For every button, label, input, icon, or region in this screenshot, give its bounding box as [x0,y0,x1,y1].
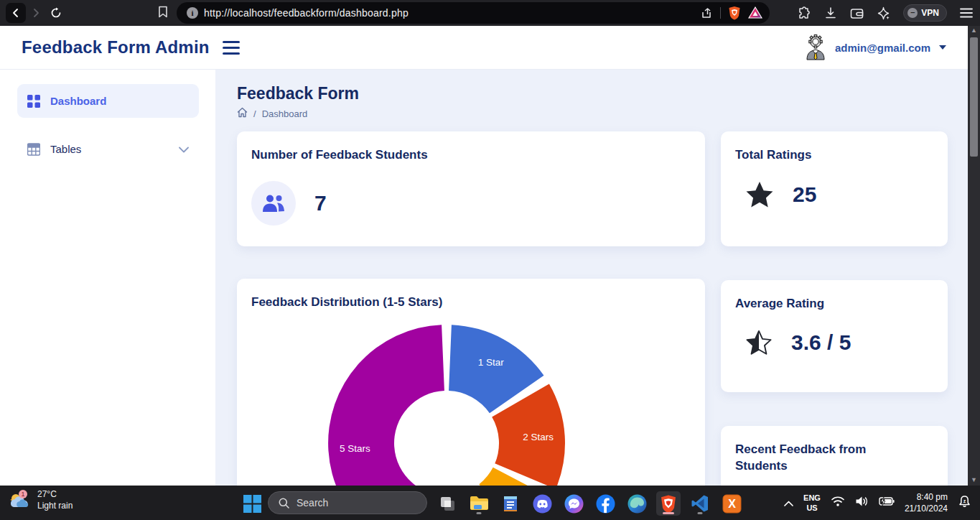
browser-menu-icon[interactable] [960,8,973,18]
table-icon [27,143,40,156]
card-feedback-students: Number of Feedback Students 7 [237,131,705,246]
donut-slice [328,325,457,486]
file-explorer-button[interactable] [467,491,491,516]
discord-icon [533,494,552,514]
card-title: Feedback Distribution (1-5 Stars) [237,279,705,311]
facebook-button[interactable] [593,491,617,516]
card-total-ratings: Total Ratings 25 [721,131,948,246]
notification-bell-icon[interactable]: z [958,495,971,511]
wifi-icon[interactable] [831,496,845,510]
leo-ai-icon[interactable] [877,6,890,20]
notepad-button[interactable] [498,491,523,516]
task-view-icon [439,495,456,512]
wallet-icon[interactable] [850,7,864,19]
home-icon[interactable] [237,107,248,120]
card-title: Total Ratings [721,131,948,164]
breadcrumb-current: Dashboard [262,108,308,119]
card-average-rating: Average Rating 3.6 / 5 [721,280,948,392]
task-view-button[interactable] [435,491,459,516]
language-indicator[interactable]: ENG US [803,493,821,514]
brave-vpn-button[interactable]: – VPN [903,4,947,22]
weather-condition: Light rain [37,500,73,511]
svg-text:X: X [728,498,736,510]
notepad-icon [503,494,518,513]
tray-chevron-up-icon[interactable] [784,496,793,509]
vpn-label: VPN [921,8,939,18]
running-indicator [477,512,482,514]
brave-button[interactable] [656,491,681,516]
messenger-button[interactable] [561,491,586,516]
total-ratings-value: 25 [793,182,816,207]
taskbar-weather-widget[interactable]: 1 27°C Light rain [7,488,73,511]
page-scrollbar[interactable]: ▲ ▼ [968,26,980,486]
donut-slice [479,468,551,486]
donut-slice [492,384,565,486]
active-app-indicator [663,512,674,514]
main-content: Feedback Form / Dashboard Number of Feed… [215,70,968,486]
star-icon [745,181,774,208]
card-feedback-distribution: Feedback Distribution (1-5 Stars) 1 Star… [237,279,705,486]
taskbar-clock[interactable]: 8:40 pm 21/10/2024 [905,491,948,514]
browser-back-button[interactable] [6,3,26,23]
edge-icon [627,494,647,514]
scroll-up-arrow[interactable]: ▲ [971,26,977,36]
discord-button[interactable] [530,491,554,516]
half-star-icon [745,330,773,356]
bat-rewards-icon[interactable] [748,6,762,19]
clock-time: 8:40 pm [905,491,948,503]
windows-logo-icon [243,495,261,513]
students-icon-circle [251,181,296,226]
sidebar-item-dashboard[interactable]: Dashboard [17,84,199,118]
user-email: admin@gmail.com [835,42,930,54]
card-title: Recent Feedback from Students [721,426,907,475]
chevron-down-icon [939,45,946,50]
admin-avatar [803,34,828,60]
sidebar-item-tables[interactable]: Tables [17,132,199,166]
edge-button[interactable] [625,491,649,516]
site-info-icon[interactable]: i [187,7,198,19]
messenger-icon [564,494,584,514]
app-header: Feedback Form Admin adm [0,26,968,70]
bookmark-icon[interactable] [158,6,168,21]
page-title: Feedback Form [237,84,359,103]
sidebar-toggle-button[interactable] [223,41,240,55]
screen: i http://localhost/feedbackform/dashboar… [0,0,980,520]
system-tray: ENG US 8:40 pm 21/10/2024 z [784,486,980,520]
donut-label: 2 Stars [523,432,554,442]
forward-icon [31,8,41,18]
extensions-icon[interactable] [798,6,811,20]
vpn-status-icon: – [907,8,918,18]
battery-icon[interactable] [879,496,895,509]
average-rating-value: 3.6 / 5 [791,330,851,355]
url-text[interactable]: http://localhost/feedbackform/dashboard.… [204,7,409,19]
taskbar-search[interactable]: Search [268,491,427,514]
browser-forward-button[interactable] [26,3,46,23]
brave-shield-icon[interactable] [728,6,741,20]
chevron-down-icon [179,143,189,155]
xampp-icon: X [722,494,742,514]
card-title: Average Rating [721,280,948,312]
scroll-down-arrow[interactable]: ▼ [971,475,977,486]
brave-icon [660,494,677,514]
sidebar: Dashboard Tables [0,70,215,486]
search-icon [279,498,289,509]
user-menu[interactable]: admin@gmail.com [803,34,946,60]
search-placeholder: Search [297,497,328,509]
app-title: Feedback Form Admin [22,37,210,57]
downloads-icon[interactable] [824,6,837,19]
sidebar-item-label: Tables [50,143,81,155]
browser-reload-button[interactable] [46,3,66,23]
vscode-button[interactable] [688,491,712,516]
back-icon [11,8,21,18]
xampp-button[interactable]: X [719,491,744,516]
url-bar[interactable]: i http://localhost/feedbackform/dashboar… [177,2,770,24]
weather-icon: 1 [7,488,32,511]
scrollbar-thumb[interactable] [970,37,978,157]
share-icon[interactable] [701,7,713,19]
vscode-icon [691,494,709,513]
card-recent-feedback: Recent Feedback from Students [721,426,948,486]
start-button[interactable] [240,491,264,516]
volume-icon[interactable] [855,496,869,510]
clock-date: 21/10/2024 [905,503,948,514]
divider [720,7,721,19]
